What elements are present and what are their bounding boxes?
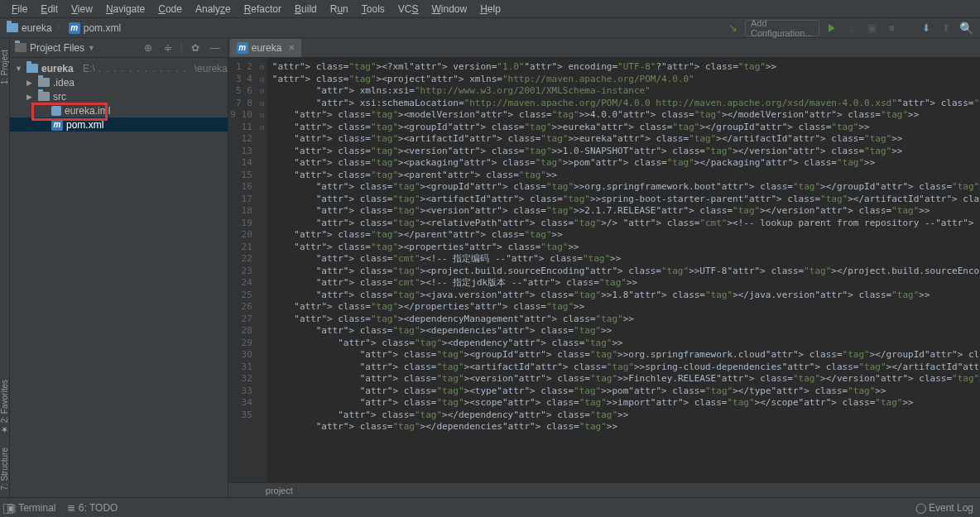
hide-icon[interactable]: — [208,41,223,55]
maven-icon: m [69,22,80,34]
tool-event-log[interactable]: ◯ Event Log [915,502,973,514]
tree-idea[interactable]: ▶.idea [10,75,228,89]
menu-refactor[interactable]: Refactor [238,3,288,15]
folder-icon [15,43,26,52]
tool-todo[interactable]: ≣ 6: TODO [67,502,118,514]
tool-project[interactable]: 1: Project [0,50,9,84]
stop-icon[interactable]: ■ [884,21,899,36]
menu-run[interactable]: Run [324,3,355,15]
menu-file[interactable]: File [5,3,34,15]
project-panel: Project Files ▼ ⊕ ≑ | ✿ — ▼ eureka E:\..… [10,38,228,497]
code-editor[interactable]: "attr"> class="tag"><?xml"attr"> version… [267,58,980,482]
left-tool-strip: 1: Project ★ 2: Favorites 7: Structure [0,38,10,497]
search-icon[interactable]: 🔍 [958,21,973,36]
menu-window[interactable]: Window [425,3,473,15]
breadcrumb-project[interactable]: eureka [22,22,52,34]
editor-area: meureka× 1 2 3 4 5 6 7 8 9 10 11 12 13 1… [228,38,980,497]
tree-root[interactable]: ▼ eureka E:\............\eureka [10,61,228,75]
run-config-selector[interactable]: Add Configuration... [745,20,819,36]
bottom-tool-strip: ▣ Terminal ≣ 6: TODO ◯ Event Log [0,497,980,517]
locate-icon[interactable]: ⊕ [141,41,156,55]
tool-window-toggle-icon[interactable] [3,504,13,514]
debug-icon[interactable]: ⌕ [844,21,859,36]
tool-terminal[interactable]: ▣ Terminal [7,502,55,514]
menu-vcs[interactable]: VCS [392,3,425,15]
menu-analyze[interactable]: Analyze [189,3,238,15]
menu-navigate[interactable]: Navigate [99,3,151,15]
vcs-icon2[interactable]: ⬆ [939,21,954,36]
menu-edit[interactable]: Edit [34,3,65,15]
close-icon[interactable]: × [288,41,295,54]
collapse-icon[interactable]: ≑ [161,41,175,55]
menu-tools[interactable]: Tools [355,3,392,15]
project-tree[interactable]: ▼ eureka E:\............\eureka ▶.idea ▶… [10,58,228,497]
menu-build[interactable]: Build [288,3,324,15]
tree-src[interactable]: ▶src [10,89,228,103]
tree-iml[interactable]: eureka.iml [10,103,228,117]
menu-bar: File Edit View Navigate Code Analyze Ref… [0,0,980,18]
vcs-icon[interactable]: ⬇ [919,21,934,36]
breadcrumb-file[interactable]: pom.xml [84,22,121,34]
coverage-icon[interactable]: ▣ [864,21,879,36]
navigation-bar: eureka 〉 m pom.xml ↘ Add Configuration..… [0,18,980,38]
tool-favorites[interactable]: ★ 2: Favorites [0,380,9,434]
build-icon[interactable]: ↘ [725,21,740,36]
menu-help[interactable]: Help [473,3,507,15]
project-view-mode[interactable]: Project Files [30,42,84,54]
editor-breadcrumb[interactable]: project [228,482,980,497]
menu-view[interactable]: View [65,3,99,15]
tool-structure[interactable]: 7: Structure [0,448,9,491]
editor-tab[interactable]: meureka× [230,39,301,57]
fold-gutter[interactable]: ⊟ ⊟ ⊟ ⊟ ⊟ ⊟ [257,58,267,482]
run-icon[interactable] [824,21,839,36]
line-gutter[interactable]: 1 2 3 4 5 6 7 8 9 10 11 12 13 14 15 16 1… [228,58,257,482]
tree-pom[interactable]: mpom.xml [10,117,228,132]
menu-code[interactable]: Code [151,3,189,15]
folder-icon [7,23,18,32]
gear-icon[interactable]: ✿ [188,41,203,55]
editor-tabs: meureka× [228,38,980,58]
